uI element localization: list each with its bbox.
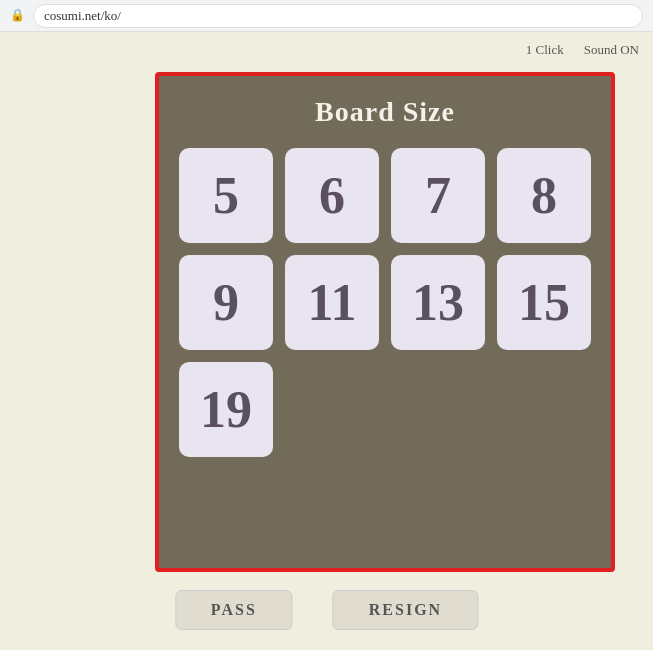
size-grid: 5 6 7 8 9 11 13 15 19 [179,148,591,457]
size-button-15[interactable]: 15 [497,255,591,350]
size-button-19[interactable]: 19 [179,362,273,457]
size-button-13[interactable]: 13 [391,255,485,350]
size-button-5[interactable]: 5 [179,148,273,243]
resign-button[interactable]: RESIGN [333,590,478,630]
size-button-9[interactable]: 9 [179,255,273,350]
board-size-panel: Board Size 5 6 7 8 9 11 13 15 19 [155,72,615,572]
url-bar[interactable]: cosumi.net/ko/ [33,4,643,28]
sound-toggle[interactable]: Sound ON [584,42,639,58]
page-content: 1 Click Sound ON Board Size 5 6 7 8 9 11… [0,32,653,650]
board-size-title: Board Size [179,96,591,128]
size-button-11[interactable]: 11 [285,255,379,350]
bottom-controls: PASS RESIGN [175,590,478,630]
size-button-7[interactable]: 7 [391,148,485,243]
top-controls: 1 Click Sound ON [526,42,639,58]
pass-button[interactable]: PASS [175,590,293,630]
browser-bar: 🔒 cosumi.net/ko/ [0,0,653,32]
size-button-6[interactable]: 6 [285,148,379,243]
click-mode-toggle[interactable]: 1 Click [526,42,564,58]
lock-icon: 🔒 [10,8,25,23]
size-button-8[interactable]: 8 [497,148,591,243]
